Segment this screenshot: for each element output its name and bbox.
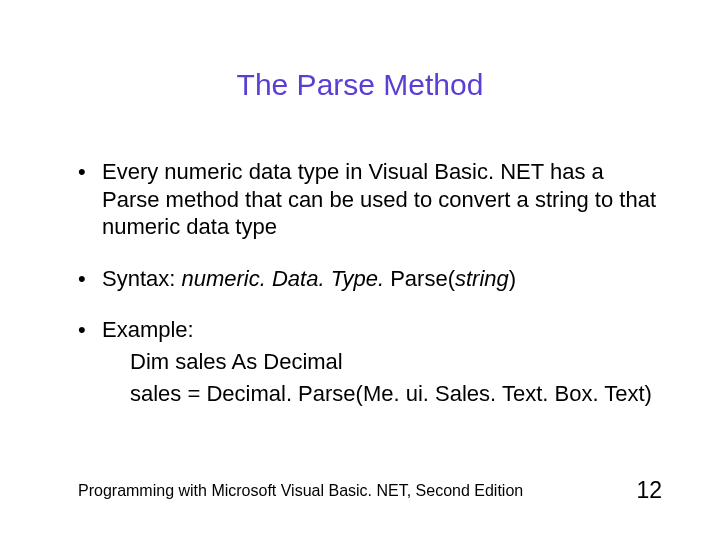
syntax-arg: string	[455, 266, 509, 291]
example-line-1: Dim sales As Decimal	[102, 348, 660, 377]
footer-text: Programming with Microsoft Visual Basic.…	[78, 482, 523, 500]
bullet-list: Every numeric data type in Visual Basic.…	[78, 158, 660, 409]
page-number: 12	[636, 477, 662, 504]
syntax-middle: Parse(	[384, 266, 455, 291]
syntax-label: Syntax:	[102, 266, 181, 291]
syntax-type: numeric. Data. Type.	[181, 266, 384, 291]
example-line-2: sales = Decimal. Parse(Me. ui. Sales. Te…	[102, 380, 660, 409]
example-label: Example:	[102, 317, 194, 342]
slide-body: Every numeric data type in Visual Basic.…	[78, 158, 660, 433]
bullet-item-3: Example: Dim sales As Decimal sales = De…	[78, 316, 660, 409]
bullet-item-1: Every numeric data type in Visual Basic.…	[78, 158, 660, 241]
bullet-item-2: Syntax: numeric. Data. Type. Parse(strin…	[78, 265, 660, 293]
slide: The Parse Method Every numeric data type…	[0, 0, 720, 540]
syntax-close: )	[509, 266, 516, 291]
slide-title: The Parse Method	[0, 68, 720, 102]
